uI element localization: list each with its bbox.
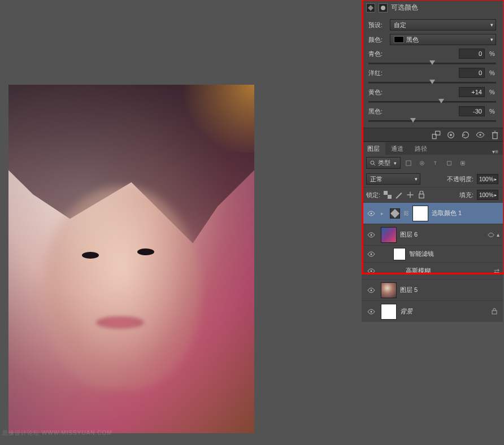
mask-icon — [379, 3, 388, 12]
layer-6[interactable]: 图层 6 ▴ — [362, 224, 503, 245]
filter-name[interactable]: 高斯模糊 — [406, 267, 431, 275]
svg-point-0 — [381, 6, 385, 10]
svg-rect-16 — [384, 191, 388, 195]
lock-transparent-icon[interactable] — [384, 191, 392, 199]
smart-object-badge[interactable]: ▴ — [488, 232, 499, 238]
yellow-slider[interactable] — [368, 98, 496, 105]
cyan-input[interactable] — [459, 49, 485, 59]
blend-mode-dropdown[interactable]: 正常 — [366, 173, 420, 185]
smart-filters-label: 智能滤镜 — [409, 250, 434, 258]
properties-action-bar — [362, 128, 503, 141]
layer-name[interactable]: 图层 5 — [400, 286, 418, 294]
filter-mask-thumb[interactable] — [393, 248, 406, 260]
eye-icon[interactable] — [365, 287, 377, 293]
magenta-slider[interactable] — [368, 79, 496, 86]
opacity-input[interactable]: 100% — [477, 174, 498, 184]
filter-pixel-icon[interactable] — [404, 159, 413, 168]
preset-label: 预设: — [368, 21, 388, 29]
cyan-slider[interactable] — [368, 60, 496, 67]
cyan-label: 青色: — [368, 50, 388, 58]
visibility-icon[interactable] — [476, 131, 485, 139]
layer-5[interactable]: 图层 5 — [362, 279, 503, 300]
filter-blend-icon[interactable]: ⇄ — [494, 267, 499, 275]
svg-point-5 — [479, 134, 481, 136]
canvas-viewport[interactable] — [8, 85, 254, 433]
eye-icon[interactable] — [365, 251, 377, 257]
black-unit: % — [488, 108, 496, 115]
properties-panel-header: 可选颜色 — [362, 0, 503, 15]
preset-dropdown[interactable]: 自定 — [390, 19, 496, 30]
portrait-lips — [96, 316, 144, 329]
right-panel-stack: 可选颜色 预设: 自定 颜色: 黑色 青色: % 洋红: — [362, 0, 503, 445]
svg-point-23 — [371, 289, 372, 291]
filter-type-icon[interactable]: T — [431, 159, 440, 168]
layer-name[interactable]: 图层 6 — [400, 230, 418, 239]
fill-value: 100% — [479, 192, 494, 198]
layers-list: ▸ ⛓ 选取颜色 1 图层 6 ▴ 智能滤镜 高斯模糊 ⇄ 图 — [362, 202, 503, 322]
eye-icon[interactable] — [365, 211, 377, 216]
portrait-face — [42, 186, 201, 390]
layer-thumb[interactable] — [381, 282, 397, 298]
clip-to-layer-icon[interactable] — [432, 131, 441, 139]
svg-rect-6 — [493, 133, 497, 139]
filter-adjustment-icon[interactable] — [418, 159, 427, 168]
lock-pixels-icon[interactable] — [395, 191, 403, 199]
layer-mask-thumb[interactable] — [412, 206, 428, 221]
lock-icon — [492, 308, 499, 316]
trash-icon[interactable] — [490, 131, 499, 139]
tab-paths[interactable]: 路径 — [409, 142, 433, 155]
layer-thumb[interactable] — [381, 304, 397, 320]
portrait-eye-left — [82, 252, 99, 259]
colors-label: 颜色: — [368, 36, 388, 44]
opacity-label: 不透明度: — [447, 175, 473, 184]
blend-mode-value: 正常 — [370, 175, 383, 184]
svg-rect-25 — [492, 311, 497, 314]
svg-point-11 — [422, 162, 423, 164]
svg-rect-9 — [406, 160, 411, 165]
black-input[interactable] — [459, 106, 485, 116]
layers-panel-tabs: 图层 通道 路径 ▾≡ — [362, 141, 503, 155]
colors-dropdown[interactable]: 黑色 — [390, 34, 496, 45]
svg-rect-17 — [388, 195, 392, 199]
svg-rect-18 — [419, 194, 424, 198]
layer-gaussian-blur[interactable]: 高斯模糊 ⇄ — [362, 262, 503, 279]
filter-smart-icon[interactable] — [458, 159, 467, 168]
svg-point-4 — [450, 134, 452, 136]
magenta-unit: % — [488, 69, 496, 76]
magenta-input[interactable] — [459, 68, 485, 78]
yellow-unit: % — [488, 89, 496, 95]
filter-shape-icon[interactable] — [445, 159, 454, 168]
layer-thumb[interactable] — [381, 227, 397, 243]
layer-name[interactable]: 选取颜色 1 — [432, 209, 462, 217]
layer-smart-filters[interactable]: 智能滤镜 — [362, 245, 503, 262]
lock-label: 锁定: — [366, 191, 380, 199]
adjustment-icon — [366, 3, 375, 12]
fill-input[interactable]: 100% — [477, 190, 498, 200]
portrait-image — [8, 85, 254, 433]
filter-kind-dropdown[interactable]: 类型 — [366, 157, 401, 169]
tab-channels[interactable]: 通道 — [385, 142, 409, 155]
layer-name[interactable]: 背景 — [400, 307, 412, 316]
black-slider[interactable] — [368, 117, 496, 124]
link-icon[interactable]: ⛓ — [403, 210, 409, 216]
lock-all-icon[interactable] — [418, 191, 425, 199]
panel-menu-icon[interactable]: ▾≡ — [488, 149, 503, 155]
layer-background[interactable]: 背景 — [362, 300, 503, 322]
reset-icon[interactable] — [461, 131, 470, 139]
previous-state-icon[interactable] — [446, 131, 455, 139]
yellow-label: 黄色: — [368, 88, 388, 97]
opacity-value: 100% — [479, 176, 494, 182]
portrait-eye-right — [137, 248, 154, 255]
properties-body: 预设: 自定 颜色: 黑色 青色: % 洋红: % — [362, 15, 503, 128]
filter-kind-label: 类型 — [378, 159, 390, 167]
disclosure-icon[interactable]: ▸ — [381, 211, 386, 216]
layer-selective-color[interactable]: ▸ ⛓ 选取颜色 1 — [362, 202, 503, 224]
eye-icon[interactable] — [365, 232, 377, 238]
adjustment-thumb-icon — [390, 208, 400, 219]
black-label: 黑色: — [368, 107, 388, 116]
eye-icon[interactable] — [365, 309, 377, 315]
lock-position-icon[interactable] — [406, 191, 414, 199]
tab-layers[interactable]: 图层 — [362, 142, 385, 155]
eye-icon[interactable] — [365, 268, 377, 274]
yellow-input[interactable] — [459, 87, 485, 97]
